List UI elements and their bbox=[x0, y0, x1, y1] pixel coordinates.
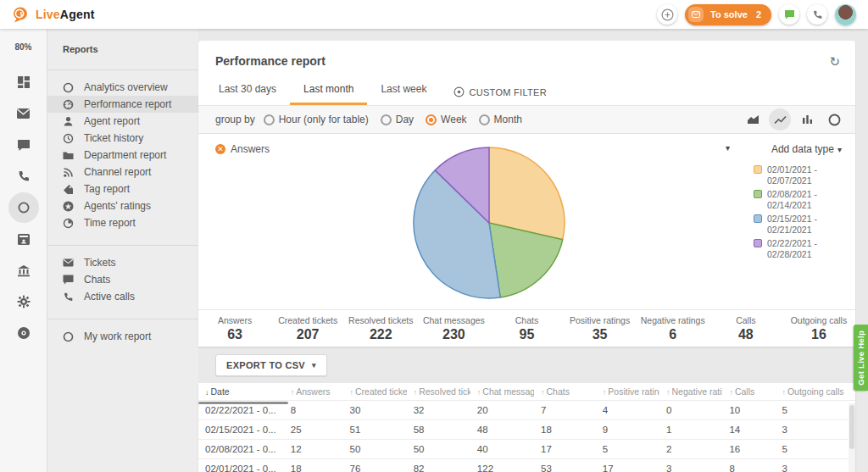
rail-calls-button[interactable] bbox=[8, 161, 39, 192]
sort-icon: ↑ bbox=[414, 388, 418, 397]
answers-series-tag[interactable]: ✕ Answers bbox=[215, 143, 270, 155]
table-row[interactable]: 02/22/2021 - 0...8303220740105 bbox=[198, 401, 855, 420]
contact-card-icon bbox=[17, 233, 31, 246]
filter-target-icon bbox=[453, 86, 465, 97]
add-data-type-button[interactable]: Add data type▾ bbox=[771, 143, 842, 155]
horizontal-scrollbar[interactable] bbox=[198, 402, 288, 404]
get-live-help-button[interactable]: Get Live Help bbox=[854, 325, 868, 391]
sidebar-item-tag-report[interactable]: Tag report bbox=[47, 180, 198, 197]
sidebar-item-analytics-overview[interactable]: Analytics overview bbox=[47, 79, 198, 96]
legend-item-week3[interactable]: 02/15/2021 -02/21/2021 bbox=[754, 214, 842, 236]
series-dropdown-icon[interactable]: ▾ bbox=[726, 143, 730, 153]
rail-chats-button[interactable] bbox=[8, 130, 39, 160]
remove-series-icon[interactable]: ✕ bbox=[215, 144, 225, 154]
person-icon bbox=[62, 116, 75, 127]
gauge-icon bbox=[62, 99, 75, 110]
bar-chart-icon bbox=[802, 114, 813, 125]
legend-item-week2[interactable]: 02/08/2021 -02/14/2021 bbox=[754, 189, 842, 211]
stat-created-tickets: Created tickets207 bbox=[271, 315, 344, 342]
stat-negative-ratings: Negative ratings6 bbox=[637, 315, 709, 342]
to-solve-button[interactable]: To solve 2 bbox=[685, 4, 771, 25]
sidebar-item-time-report[interactable]: Time report bbox=[47, 214, 198, 231]
radio-day[interactable]: Day bbox=[381, 114, 414, 125]
tab-last-month[interactable]: Last month bbox=[290, 76, 367, 105]
sidebar-item-ticket-history[interactable]: Ticket history bbox=[47, 130, 198, 147]
radio-hour[interactable]: Hour (only for table) bbox=[264, 114, 369, 125]
sidebar-item-agents-ratings[interactable]: Agents' ratings bbox=[47, 197, 198, 214]
table-row[interactable]: 02/08/2021 - 0...125050401752165 bbox=[198, 440, 855, 459]
chat-bubble-icon bbox=[62, 275, 75, 285]
area-chart-button[interactable] bbox=[742, 108, 764, 130]
chevron-down-icon: ▾ bbox=[312, 361, 316, 369]
column-header-positive-ratings[interactable]: ↑Positive ratings bbox=[596, 383, 659, 401]
sidebar-item-active-calls[interactable]: Active calls bbox=[47, 288, 198, 305]
sidebar-item-performance-report[interactable]: Performance report bbox=[47, 96, 198, 113]
sidebar-item-label: Time report bbox=[84, 217, 136, 229]
line-chart-icon bbox=[774, 115, 787, 125]
calls-topbar-button[interactable] bbox=[807, 4, 827, 25]
column-header-outgoing-calls[interactable]: ↑Outgoing calls bbox=[775, 383, 855, 401]
topbar: LiveAgent To solve 2 bbox=[0, 0, 868, 29]
radio-month[interactable]: Month bbox=[479, 114, 522, 125]
liveagent-logo[interactable]: LiveAgent bbox=[12, 6, 95, 23]
export-to-csv-button[interactable]: EXPORT TO CSV▾ bbox=[215, 354, 327, 376]
radio-week[interactable]: Week bbox=[426, 114, 466, 125]
tab-last-week[interactable]: Last week bbox=[367, 76, 440, 105]
sidebar-item-agent-report[interactable]: Agent report bbox=[47, 113, 198, 130]
rail-reports-button[interactable] bbox=[8, 192, 39, 223]
divider bbox=[47, 319, 198, 319]
sidebar-item-department-report[interactable]: Department report bbox=[47, 147, 198, 164]
rail-billing-button[interactable] bbox=[8, 255, 39, 286]
column-header-answers[interactable]: ↑Answers bbox=[284, 383, 343, 401]
circle-icon bbox=[62, 82, 75, 93]
performance-report-card: Performance report ↻ Last 30 days Last m… bbox=[198, 41, 855, 347]
sort-desc-icon: ↓ bbox=[205, 388, 209, 397]
sort-icon: ↑ bbox=[291, 388, 295, 397]
logo-bubble-icon bbox=[12, 6, 31, 23]
tab-last-30-days[interactable]: Last 30 days bbox=[205, 76, 290, 105]
sidebar-item-chats[interactable]: Chats bbox=[47, 271, 198, 288]
export-row: EXPORT TO CSV▾ bbox=[198, 347, 855, 383]
area-chart-icon bbox=[747, 114, 760, 125]
gear-icon bbox=[17, 295, 31, 308]
bar-chart-button[interactable] bbox=[796, 108, 818, 130]
star-circle-icon bbox=[62, 201, 75, 212]
groupby-row: group by Hour (only for table) Day Week … bbox=[198, 106, 855, 134]
vertical-scrollbar-thumb[interactable] bbox=[849, 405, 854, 449]
legend-item-week1[interactable]: 02/01/2021 -02/07/2021 bbox=[754, 164, 842, 186]
user-avatar[interactable] bbox=[835, 4, 856, 25]
pie-chart-button[interactable] bbox=[823, 108, 845, 130]
logo-text: LiveAgent bbox=[36, 8, 95, 21]
rail-settings-button[interactable] bbox=[8, 286, 39, 317]
legend-swatch-green bbox=[754, 190, 762, 198]
table-row[interactable]: 02/15/2021 - 0...255158481891143 bbox=[198, 420, 855, 440]
sidebar-item-tickets[interactable]: Tickets bbox=[47, 254, 198, 271]
refresh-icon[interactable]: ↻ bbox=[829, 55, 840, 68]
rail-customers-button[interactable] bbox=[8, 224, 39, 254]
column-header-calls[interactable]: ↑Calls bbox=[722, 383, 775, 401]
column-header-created-tickets[interactable]: ↑Created tickets bbox=[343, 383, 407, 401]
custom-filter-button[interactable]: CUSTOM FILTER bbox=[440, 80, 560, 105]
table-row[interactable]: 02/01/2021 - 0...1876821225317383 bbox=[198, 459, 855, 472]
column-header-chat-messages[interactable]: ↑Chat messages bbox=[470, 383, 534, 401]
legend-item-week4[interactable]: 02/22/2021 -02/28/2021 bbox=[754, 238, 842, 260]
answers-pie-chart[interactable] bbox=[411, 145, 567, 301]
to-solve-count: 2 bbox=[756, 9, 761, 19]
column-header-date[interactable]: ↓Date bbox=[198, 383, 284, 401]
vertical-scrollbar-track[interactable] bbox=[849, 403, 855, 472]
rail-tickets-button[interactable] bbox=[8, 98, 39, 129]
column-header-chats[interactable]: ↑Chats bbox=[534, 383, 596, 401]
column-header-resolved-tickets[interactable]: ↑Resolved tickets bbox=[407, 383, 470, 401]
plus-circle-icon bbox=[661, 8, 674, 21]
column-header-negative-ratings[interactable]: ↑Negative ratings bbox=[659, 383, 722, 401]
rail-dashboard-button[interactable] bbox=[8, 67, 39, 97]
sidebar-item-my-work-report[interactable]: My work report bbox=[47, 328, 198, 345]
sidebar-item-channel-report[interactable]: Channel report bbox=[47, 164, 198, 180]
add-new-button[interactable] bbox=[657, 4, 677, 25]
circle-icon bbox=[62, 331, 75, 342]
line-chart-button[interactable] bbox=[769, 108, 791, 130]
phone-icon bbox=[62, 292, 75, 303]
topbar-controls: To solve 2 bbox=[657, 4, 856, 25]
chats-topbar-button[interactable] bbox=[779, 4, 799, 25]
rail-help-button[interactable] bbox=[8, 318, 39, 348]
